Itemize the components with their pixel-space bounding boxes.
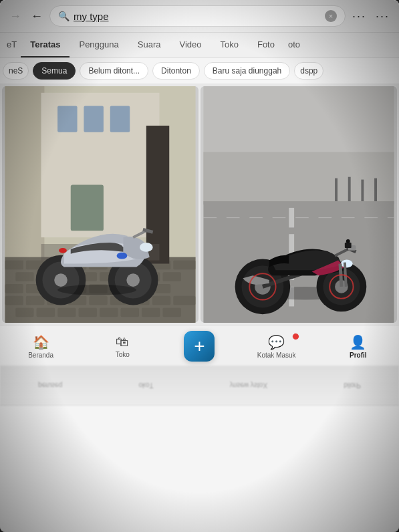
toko-icon: 🛍 <box>116 334 129 350</box>
svg-rect-42 <box>15 307 34 317</box>
moto1-image <box>2 86 198 323</box>
nav-kotak-masuk[interactable]: 💬 Kotak Masuk <box>257 334 297 359</box>
nav-profil-label: Profil <box>350 352 367 359</box>
refl-item-2: okoT <box>138 382 153 389</box>
svg-rect-1 <box>5 86 44 270</box>
svg-rect-25 <box>5 284 23 293</box>
svg-rect-3 <box>57 106 78 132</box>
screen: → ← 🔍 my type × ··· ··· eT Teratas Pengg… <box>0 0 399 532</box>
svg-point-60 <box>140 243 153 252</box>
svg-rect-43 <box>37 307 55 317</box>
svg-rect-47 <box>120 307 139 317</box>
nav-profil[interactable]: 👤 Profil <box>338 334 378 359</box>
svg-rect-72 <box>335 178 338 201</box>
svg-rect-17 <box>15 272 34 281</box>
svg-rect-73 <box>348 177 351 201</box>
filter-overflow-left: neS <box>3 62 29 80</box>
tab-suara[interactable]: Suara <box>128 33 170 57</box>
svg-rect-45 <box>79 307 98 317</box>
more-options-icon-2[interactable]: ··· <box>373 7 392 26</box>
tab-teratas[interactable]: Teratas <box>21 33 70 57</box>
svg-rect-5 <box>110 106 130 132</box>
nav-toko-label: Toko <box>116 351 130 358</box>
svg-rect-33 <box>5 296 23 305</box>
grid-item-1[interactable] <box>2 86 198 323</box>
filter-tabs: neS Semua Belum ditont... Ditonton Baru … <box>0 58 399 84</box>
filter-semua[interactable]: Semua <box>33 62 76 80</box>
forward-arrow-icon[interactable]: → <box>7 7 24 26</box>
profile-icon: 👤 <box>350 334 366 350</box>
bottom-nav: 🏠 Beranda 🛍 Toko + 💬 Kotak Masuk 👤 Profi… <box>0 325 399 366</box>
search-bar[interactable]: 🔍 my type × <box>49 5 346 27</box>
top-nav: → ← 🔍 my type × ··· ··· <box>0 0 399 33</box>
bottom-reflection: peruseq okoT ynsew ystoX bilorP <box>0 366 399 406</box>
tab-foto[interactable]: Foto <box>248 33 284 57</box>
tab-pengguna[interactable]: Pengguna <box>70 33 128 57</box>
svg-rect-40 <box>152 296 171 305</box>
search-clear-button[interactable]: × <box>325 10 337 22</box>
tab-overflow-right: oto <box>284 33 304 57</box>
refl-item-1: peruseq <box>38 382 62 389</box>
svg-rect-41 <box>173 296 195 305</box>
back-arrow-icon[interactable]: ← <box>28 7 45 26</box>
svg-point-90 <box>346 239 350 243</box>
svg-rect-49 <box>162 307 181 317</box>
filter-ditonton[interactable]: Ditonton <box>152 62 200 80</box>
svg-rect-75 <box>374 178 377 201</box>
svg-rect-89 <box>345 243 352 248</box>
nav-add-button[interactable]: + <box>184 331 215 362</box>
filter-baru-diunggah[interactable]: Baru saja diunggah <box>204 62 290 80</box>
svg-rect-44 <box>57 307 76 317</box>
svg-rect-24 <box>162 272 181 281</box>
nav-inbox-label: Kotak Masuk <box>257 352 296 359</box>
svg-point-86 <box>341 260 353 268</box>
svg-rect-50 <box>146 126 169 264</box>
tab-video[interactable]: Video <box>170 33 211 57</box>
tab-overflow-left: eT <box>3 33 21 57</box>
home-icon: 🏠 <box>33 334 49 350</box>
category-tabs: eT Teratas Pengguna Suara Video Toko Fot… <box>0 33 399 58</box>
filter-overflow-right: dspp <box>294 62 323 80</box>
svg-point-54 <box>54 273 68 287</box>
moto2-image <box>201 86 397 323</box>
tab-toko[interactable]: Toko <box>211 33 247 57</box>
plus-icon: + <box>194 337 205 356</box>
svg-rect-65 <box>203 152 394 205</box>
svg-point-57 <box>126 273 140 287</box>
nav-beranda[interactable]: 🏠 Beranda <box>21 334 61 359</box>
grid-item-2[interactable] <box>201 86 397 323</box>
nav-toko[interactable]: 🛍 Toko <box>102 334 142 358</box>
svg-rect-68 <box>289 234 294 254</box>
refl-item-4: bilorP <box>344 382 361 389</box>
svg-rect-48 <box>142 307 160 317</box>
svg-rect-46 <box>100 307 118 317</box>
svg-point-61 <box>117 253 128 259</box>
svg-point-62 <box>59 248 67 253</box>
refl-item-3: ynsew ystoX <box>230 382 267 389</box>
svg-rect-8 <box>5 261 23 270</box>
svg-rect-4 <box>84 106 104 132</box>
content-grid <box>0 84 399 325</box>
search-icon: 🔍 <box>58 11 70 21</box>
svg-line-88 <box>345 263 346 287</box>
svg-rect-74 <box>361 180 364 201</box>
filter-belum-ditonton[interactable]: Belum ditont... <box>80 62 148 80</box>
svg-rect-16 <box>173 261 195 270</box>
nav-beranda-label: Beranda <box>28 352 53 359</box>
svg-rect-37 <box>89 296 108 305</box>
more-options-icon[interactable]: ··· <box>350 7 369 26</box>
svg-point-63 <box>57 285 136 295</box>
search-query: my type <box>74 11 321 22</box>
svg-rect-67 <box>289 208 294 228</box>
svg-rect-6 <box>71 185 104 231</box>
svg-rect-34 <box>26 296 45 305</box>
inbox-icon: 💬 <box>268 334 285 350</box>
